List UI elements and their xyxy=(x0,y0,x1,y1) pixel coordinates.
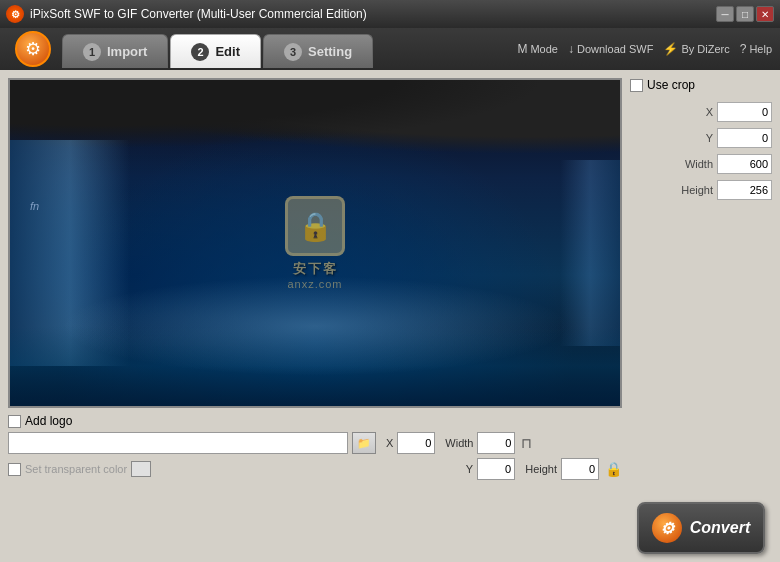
watermark-text: 安下客 xyxy=(293,260,338,278)
use-crop-checkbox[interactable] xyxy=(630,79,643,92)
mode-icon: M xyxy=(517,42,527,56)
title-bar: ⚙ iPixSoft SWF to GIF Converter (Multi-U… xyxy=(0,0,780,28)
video-overlay-text: fn xyxy=(30,200,39,212)
crop-y-input[interactable] xyxy=(717,128,772,148)
tab-bar: 1 Import 2 Edit 3 Setting xyxy=(62,30,507,68)
maximize-button[interactable]: □ xyxy=(736,6,754,22)
window-controls: ─ □ ✕ xyxy=(716,6,774,22)
nav-right: M Mode ↓ Download SWF ⚡ By DiZerc ? Help xyxy=(517,42,772,56)
logo-width-input[interactable] xyxy=(477,432,515,454)
transparent-checkbox-label[interactable]: Set transparent color xyxy=(8,463,127,476)
width-label-bottom: Width xyxy=(445,437,473,449)
crop-y-row: Y xyxy=(630,128,772,148)
lock-bottom: 🔒 xyxy=(605,461,622,477)
help-icon: ? xyxy=(740,42,747,56)
left-panel: fn 🔒 安下客 anxz.com Add logo xyxy=(8,78,622,554)
convert-button[interactable]: ⚙ Convert xyxy=(637,502,765,554)
download-icon: ↓ xyxy=(568,42,574,56)
add-logo-label: Add logo xyxy=(25,414,72,428)
close-button[interactable]: ✕ xyxy=(756,6,774,22)
watermark: 🔒 安下客 anxz.com xyxy=(285,196,345,290)
crop-width-label: Width xyxy=(678,158,713,170)
watermark-subtext: anxz.com xyxy=(287,278,342,290)
crop-x-row: X xyxy=(630,102,772,122)
content-area: fn 🔒 安下客 anxz.com Add logo xyxy=(0,70,780,562)
crop-y-label: Y xyxy=(678,132,713,144)
add-logo-checkbox[interactable] xyxy=(8,415,21,428)
logo-second-row: Set transparent color Y Height 🔒 xyxy=(8,458,622,480)
add-logo-row: Add logo xyxy=(8,414,622,428)
tab-setting-label: Setting xyxy=(308,44,352,59)
mode-button[interactable]: M Mode xyxy=(517,42,558,56)
browse-icon: 📁 xyxy=(357,437,371,450)
convert-section: ⚙ Convert xyxy=(630,502,772,554)
video-preview: fn 🔒 安下客 anxz.com xyxy=(8,78,622,408)
tab-edit-number: 2 xyxy=(191,43,209,61)
lock-area: ⊓ xyxy=(521,435,532,451)
transparent-checkbox[interactable] xyxy=(8,463,21,476)
dizerc-button[interactable]: ⚡ By DiZerc xyxy=(663,42,729,56)
crop-height-input[interactable] xyxy=(717,180,772,200)
logo-path-input[interactable] xyxy=(8,432,348,454)
logo-path-row: 📁 X Width ⊓ xyxy=(8,432,622,454)
crop-x-label: X xyxy=(678,106,713,118)
crop-height-row: Height xyxy=(630,180,772,200)
video-mist xyxy=(60,276,570,376)
logo-y-input[interactable] xyxy=(477,458,515,480)
add-logo-checkbox-label[interactable]: Add logo xyxy=(8,414,72,428)
lock-icon: ⊓ xyxy=(521,435,532,451)
download-swf-button[interactable]: ↓ Download SWF xyxy=(568,42,653,56)
help-button[interactable]: ? Help xyxy=(740,42,772,56)
logo-icon: ⚙ xyxy=(15,31,51,67)
dizerc-icon: ⚡ xyxy=(663,42,678,56)
y-label: Y xyxy=(466,463,473,475)
app-icon: ⚙ xyxy=(6,5,24,23)
tab-import[interactable]: 1 Import xyxy=(62,34,168,68)
tab-import-number: 1 xyxy=(83,43,101,61)
crop-header: Use crop xyxy=(630,78,772,92)
convert-label: Convert xyxy=(690,519,750,537)
download-label: Download SWF xyxy=(577,43,653,55)
mode-label: Mode xyxy=(530,43,558,55)
logo-x-input[interactable] xyxy=(397,432,435,454)
tab-setting-number: 3 xyxy=(284,43,302,61)
browse-button[interactable]: 📁 xyxy=(352,432,376,454)
convert-icon: ⚙ xyxy=(652,513,682,543)
window-title: iPixSoft SWF to GIF Converter (Multi-Use… xyxy=(30,7,367,21)
lock-bottom-icon: 🔒 xyxy=(605,461,622,477)
tab-edit-label: Edit xyxy=(215,44,240,59)
transparent-color-picker[interactable] xyxy=(131,461,151,477)
watermark-icon: 🔒 xyxy=(285,196,345,256)
use-crop-label: Use crop xyxy=(647,78,695,92)
crop-width-input[interactable] xyxy=(717,154,772,174)
crop-x-input[interactable] xyxy=(717,102,772,122)
title-bar-left: ⚙ iPixSoft SWF to GIF Converter (Multi-U… xyxy=(6,5,367,23)
main-window: ⚙ 1 Import 2 Edit 3 Setting M Mode ↓ xyxy=(0,28,780,562)
logo-height-input[interactable] xyxy=(561,458,599,480)
transparent-label: Set transparent color xyxy=(25,463,127,475)
height-label-bottom: Height xyxy=(525,463,557,475)
right-panel: Use crop X Y Width Height xyxy=(622,78,772,554)
minimize-button[interactable]: ─ xyxy=(716,6,734,22)
help-label: Help xyxy=(749,43,772,55)
app-logo: ⚙ xyxy=(8,30,58,68)
tab-edit[interactable]: 2 Edit xyxy=(170,34,261,68)
tab-setting[interactable]: 3 Setting xyxy=(263,34,373,68)
nav-bar: ⚙ 1 Import 2 Edit 3 Setting M Mode ↓ xyxy=(0,28,780,70)
dizerc-label: By DiZerc xyxy=(681,43,729,55)
crop-height-label: Height xyxy=(678,184,713,196)
tab-import-label: Import xyxy=(107,44,147,59)
bottom-controls: Add logo 📁 X Width ⊓ xyxy=(8,414,622,480)
crop-width-row: Width xyxy=(630,154,772,174)
x-label: X xyxy=(386,437,393,449)
